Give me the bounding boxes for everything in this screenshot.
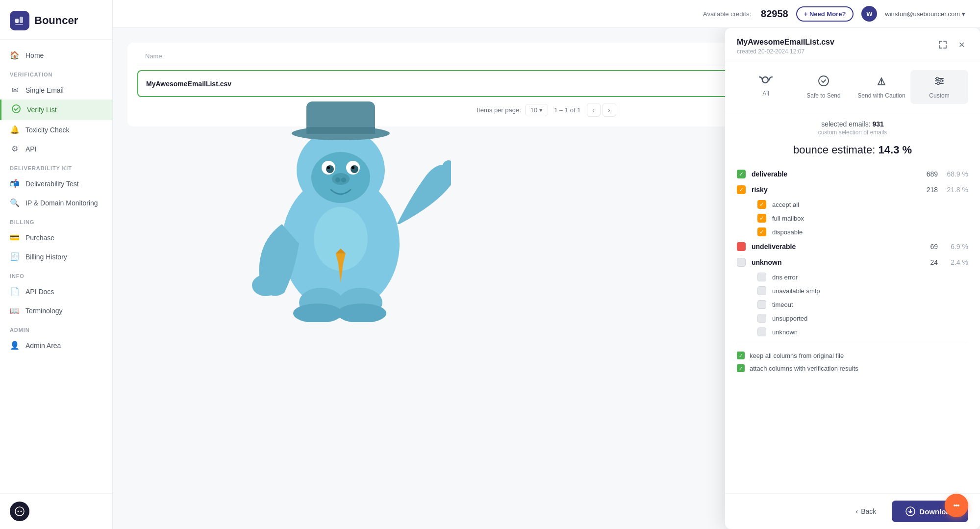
pagination-buttons: ‹ › <box>587 103 616 117</box>
chat-button[interactable] <box>10 502 29 521</box>
sidebar-item-toxicity-check[interactable]: 🔔 Toxicity Check <box>0 120 112 139</box>
expand-button[interactable] <box>936 38 950 51</box>
svg-point-12 <box>311 152 370 203</box>
svg-point-4 <box>15 507 24 516</box>
svg-point-33 <box>819 76 829 86</box>
sidebar-item-api-docs[interactable]: 📄 API Docs <box>0 282 112 301</box>
section-label-admin: ADMIN <box>0 320 112 336</box>
svg-point-30 <box>449 166 451 176</box>
section-label-deliverability: DELIVERABILITY KIT <box>0 158 112 174</box>
checkbox-attach-columns[interactable]: ✓ <box>737 364 745 372</box>
sidebar-bottom <box>0 493 112 529</box>
filter-tab-all[interactable]: All <box>737 70 795 104</box>
checkbox-unavailable-smtp[interactable] <box>757 286 766 295</box>
sidebar-item-label: API <box>25 145 37 153</box>
attach-columns-option: ✓ attach columns with verification resul… <box>737 362 968 375</box>
page-info: 1 – 1 of 1 <box>554 106 580 114</box>
cat-name-deliverable: deliverable <box>752 170 912 178</box>
filter-tab-custom[interactable]: Custom <box>910 70 968 104</box>
modal-header-actions: ✕ <box>936 38 968 51</box>
svg-point-39 <box>937 82 940 85</box>
deliverability-icon: 📬 <box>10 179 20 188</box>
sub-disposable: ✓ disposable <box>757 225 968 239</box>
chevron-down-icon: ▾ <box>962 10 965 18</box>
bottom-checkboxes: ✓ keep all columns from original file ✓ … <box>737 343 968 380</box>
sidebar-item-deliverability-test[interactable]: 📬 Deliverability Test <box>0 174 112 193</box>
checkbox-unsupported[interactable] <box>757 314 766 323</box>
billing-icon: 🧾 <box>10 252 20 261</box>
chat-widget[interactable] <box>945 494 968 517</box>
close-button[interactable]: ✕ <box>955 38 968 51</box>
checkbox-deliverable[interactable]: ✓ <box>737 170 746 178</box>
svg-rect-1 <box>20 17 23 23</box>
safe-icon <box>818 75 829 89</box>
sidebar-item-domain-monitoring[interactable]: 🔍 IP & Domain Monitoring <box>0 193 112 212</box>
chevron-left-icon: ‹ <box>856 507 858 515</box>
domain-icon: 🔍 <box>10 198 20 207</box>
custom-selection-label: custom selection of emails <box>737 129 968 136</box>
next-page-button[interactable]: › <box>603 103 616 117</box>
checkbox-risky[interactable]: ✓ <box>737 185 746 194</box>
svg-point-42 <box>955 504 957 506</box>
header: Available credits: 82958 + Need More? W … <box>113 0 980 28</box>
modal-footer: ‹ Back Download <box>725 493 980 529</box>
sidebar-item-billing-history[interactable]: 🧾 Billing History <box>0 247 112 266</box>
checkbox-unknown[interactable] <box>737 258 746 267</box>
cat-count-unknown: 24 <box>918 258 938 266</box>
svg-point-17 <box>327 166 330 169</box>
sidebar-item-label: Home <box>25 51 44 59</box>
svg-point-13 <box>322 161 335 175</box>
svg-point-26 <box>293 303 342 322</box>
svg-point-38 <box>940 80 943 82</box>
sidebar-item-home[interactable]: 🏠 Home <box>0 46 112 65</box>
sidebar-item-terminology[interactable]: 📖 Terminology <box>0 301 112 320</box>
unknown-subcategories: dns error unavailable smtp timeout unsup… <box>737 270 968 339</box>
sidebar-item-single-email[interactable]: ✉ Single Email <box>0 80 112 100</box>
purchase-icon: 💳 <box>10 233 20 242</box>
back-button[interactable]: ‹ Back <box>846 503 886 520</box>
checkbox-timeout[interactable] <box>757 300 766 309</box>
cat-name-unknown: unknown <box>752 258 912 266</box>
checkbox-keep-columns[interactable]: ✓ <box>737 352 745 359</box>
sidebar-item-admin-area[interactable]: 👤 Admin Area <box>0 336 112 355</box>
file-name: MyAwesomeEmailList.csv <box>146 80 751 88</box>
need-more-button[interactable]: + Need More? <box>796 6 854 22</box>
checkbox-dns-error[interactable] <box>757 273 766 281</box>
checkbox-disposable[interactable]: ✓ <box>757 227 766 236</box>
filter-tabs: All Safe to Send <box>725 62 980 112</box>
cat-name-undeliverable: undeliverable <box>752 243 912 251</box>
terminology-icon: 📖 <box>10 306 20 315</box>
chat-icon <box>951 500 962 511</box>
svg-point-20 <box>335 177 340 182</box>
prev-page-button[interactable]: ‹ <box>587 103 601 117</box>
svg-point-28 <box>443 160 451 172</box>
svg-point-18 <box>352 166 354 169</box>
download-icon <box>905 506 915 516</box>
sidebar-item-label: Terminology <box>25 307 62 315</box>
svg-point-27 <box>337 303 386 322</box>
main-content: Available credits: 82958 + Need More? W … <box>113 0 980 529</box>
col-name: Name <box>145 52 752 60</box>
checkbox-full-mailbox[interactable]: ✓ <box>757 214 766 223</box>
category-deliverable: ✓ deliverable 689 68.9 % <box>737 166 968 182</box>
checkbox-unknown-sub[interactable] <box>757 327 766 336</box>
svg-point-9 <box>292 126 390 140</box>
svg-point-3 <box>12 105 20 113</box>
cat-pct-undeliverable: 6.9 % <box>944 243 968 251</box>
checkbox-undeliverable[interactable] <box>737 242 746 251</box>
svg-point-21 <box>341 177 346 182</box>
sidebar-item-label: IP & Domain Monitoring <box>25 199 98 207</box>
sidebar-item-purchase[interactable]: 💳 Purchase <box>0 228 112 247</box>
svg-rect-0 <box>15 19 19 23</box>
checkbox-accept-all[interactable]: ✓ <box>757 200 766 209</box>
filter-tab-safe-to-send[interactable]: Safe to Send <box>795 70 853 104</box>
docs-icon: 📄 <box>10 287 20 296</box>
sidebar-item-api[interactable]: ⚙ API <box>0 139 112 158</box>
svg-point-37 <box>936 77 939 80</box>
sidebar-item-label: Toxicity Check <box>25 126 69 134</box>
sidebar-item-verify-list[interactable]: Verify List <box>0 100 112 120</box>
caution-icon <box>876 75 887 89</box>
items-per-page-select[interactable]: 10 ▾ <box>525 104 548 116</box>
section-label-info: INFO <box>0 266 112 282</box>
filter-tab-send-with-caution[interactable]: Send with Caution <box>853 70 910 104</box>
